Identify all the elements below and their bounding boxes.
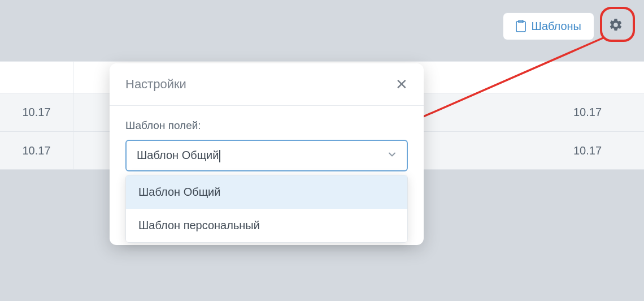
dropdown-option[interactable]: Шаблон Общий — [126, 175, 407, 209]
table-cell: 10.17 — [0, 132, 73, 169]
table-cell: 10.17 — [0, 93, 73, 131]
chevron-down-icon — [388, 149, 397, 162]
clipboard-icon — [516, 20, 526, 32]
close-icon[interactable]: ✕ — [395, 77, 408, 92]
dropdown-option[interactable]: Шаблон персональный — [126, 209, 407, 242]
gear-icon — [608, 18, 623, 35]
select-value: Шаблон Общий — [137, 149, 219, 161]
table-cell: 10.17 — [531, 144, 644, 157]
table-header-cell — [0, 62, 73, 93]
template-select-input[interactable]: Шаблон Общий — [125, 140, 408, 171]
settings-modal: Настройки ✕ Шаблон полей: Шаблон Общий Ш… — [110, 63, 424, 245]
templates-button[interactable]: Шаблоны — [503, 12, 594, 40]
modal-title: Настройки — [125, 77, 186, 92]
settings-button[interactable] — [601, 11, 630, 41]
templates-button-label: Шаблоны — [532, 20, 581, 33]
field-label: Шаблон полей: — [125, 119, 408, 132]
table-cell: 10.17 — [531, 106, 644, 119]
template-dropdown: Шаблон Общий Шаблон персональный — [125, 175, 408, 243]
